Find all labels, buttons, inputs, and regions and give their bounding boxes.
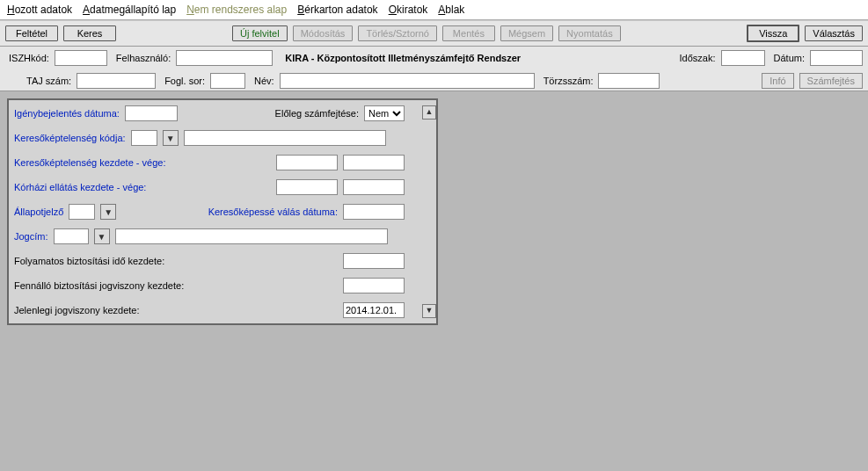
fogl-sor-label: Fogl. sor:: [164, 76, 205, 86]
folyamatos-field[interactable]: [343, 253, 405, 269]
kk-veg-field[interactable]: [343, 155, 405, 170]
keresokepesse-label: Keresőképessé válás dátuma:: [208, 207, 338, 217]
fennallo-field[interactable]: [343, 278, 405, 293]
valasztas-button[interactable]: Választás: [805, 25, 863, 41]
lookup-allapotjelzo-icon[interactable]: ▼: [100, 204, 116, 220]
torzsszam-field[interactable]: [598, 73, 660, 89]
megsem-button: Mégsem: [500, 25, 553, 41]
allapotjelzo-label: Állapotjelző: [14, 207, 63, 217]
kk-kodja-field[interactable]: [131, 130, 157, 146]
keresokepesse-field[interactable]: [343, 204, 405, 220]
nyomtatas-button: Nyomtatás: [558, 25, 621, 41]
kk-kezdet-field[interactable]: [276, 155, 338, 170]
idoszak-label: Időszak:: [680, 53, 716, 63]
datum-field[interactable]: [810, 50, 863, 66]
nev-label: Név:: [254, 76, 274, 86]
taj-label: TAJ szám:: [26, 76, 71, 86]
szamfejtes-button: Számfejtés: [799, 73, 863, 89]
uj-felvitel-button[interactable]: Új felvitel: [232, 25, 288, 41]
iszhkod-field[interactable]: [55, 50, 107, 66]
mentes-button: Mentés: [442, 25, 495, 41]
eloleg-label: Előleg számfejtése:: [275, 108, 359, 119]
jogcim-label: Jogcím:: [14, 231, 48, 242]
korhazi-kezdet-field[interactable]: [276, 179, 338, 195]
scroll-down-icon[interactable]: ▼: [422, 304, 436, 318]
modositas-button: Módosítás: [293, 25, 354, 41]
eloleg-select[interactable]: Nem: [364, 105, 405, 121]
felhasznalo-field[interactable]: [176, 50, 273, 66]
form-panel: Igénybejelentés dátuma: Előleg számfejté…: [7, 98, 438, 325]
menu-hozott-adatok[interactable]: Hozott adatok: [7, 4, 72, 16]
menu-berkarton-adatok-label: érkarton adatok: [304, 4, 377, 16]
menu-okiratok-label: kiratok: [397, 4, 427, 16]
lookup-kk-kodja-icon[interactable]: ▼: [163, 130, 179, 146]
app-title: KIRA - Központosított Illetményszámfejtő…: [285, 53, 521, 63]
filterbar: ISZHkód: Felhasználó: KIRA - Központosít…: [0, 47, 868, 91]
content-area: Igénybejelentés dátuma: Előleg számfejté…: [0, 91, 868, 471]
menu-adatmegallapito-lap[interactable]: Adatmegállapító lap: [83, 4, 176, 16]
iszhkod-label: ISZHkód:: [9, 53, 49, 63]
menu-adatmegallapito-lap-label: datmegállapító lap: [90, 4, 176, 16]
allapotjelzo-field[interactable]: [69, 204, 95, 220]
keres-button[interactable]: Keres: [63, 25, 116, 41]
korhazi-kv-label: Kórházi ellátás kezdete - vége:: [14, 182, 146, 192]
menu-ablak[interactable]: Ablak: [438, 4, 464, 16]
felhasznalo-label: Felhasználó:: [116, 53, 171, 63]
menu-nem-rendszeres-alap[interactable]: Nem rendszeres alap: [186, 4, 287, 16]
menu-ablak-label: blak: [445, 4, 464, 16]
idoszak-field[interactable]: [721, 50, 765, 66]
jelenlegi-field[interactable]: [343, 302, 405, 318]
folyamatos-label: Folyamatos biztosítási idő kezdete:: [14, 256, 164, 266]
menu-berkarton-adatok[interactable]: Bérkarton adatok: [297, 4, 377, 16]
jogcim-field[interactable]: [54, 228, 89, 244]
vissza-button[interactable]: Vissza: [747, 25, 799, 42]
korhazi-veg-field[interactable]: [343, 179, 405, 195]
nev-field[interactable]: [280, 73, 535, 89]
scroll-up-icon[interactable]: ▲: [422, 105, 436, 120]
lookup-jogcim-icon[interactable]: ▼: [94, 228, 110, 244]
kk-kodja-label: Keresőképtelenség kódja:: [14, 133, 126, 143]
menu-hozott-adatok-label: ozott adatok: [15, 4, 72, 16]
scrollbar[interactable]: ▲ ▼: [422, 105, 436, 318]
menu-nem-rendszeres-alap-label: em rendszeres alap: [194, 4, 287, 16]
fennallo-label: Fennálló biztosítási jogviszony kezdete:: [14, 280, 184, 291]
feltetel-button[interactable]: Feltétel: [5, 25, 58, 41]
torles-sztorno-button: Törlés/Sztornó: [358, 25, 437, 41]
menu-okiratok[interactable]: Okiratok: [389, 4, 428, 16]
kk-kv-label: Keresőképtelenség kezdete - vége:: [14, 157, 165, 168]
datum-label: Dátum:: [774, 53, 805, 63]
info-button: Infó: [762, 73, 793, 89]
toolbar: Feltétel Keres Új felvitel Módosítás Tör…: [0, 20, 868, 47]
menubar: Hozott adatok Adatmegállapító lap Nem re…: [0, 0, 868, 20]
torzsszam-label: Törzsszám:: [543, 76, 594, 86]
igeny-datum-label: Igénybejelentés dátuma:: [14, 108, 120, 119]
igeny-datum-field[interactable]: [125, 105, 178, 121]
taj-field[interactable]: [77, 73, 156, 89]
jelenlegi-label: Jelenlegi jogviszony kezdete:: [14, 305, 139, 315]
jogcim-desc-field[interactable]: [115, 228, 388, 244]
fogl-sor-field[interactable]: [210, 73, 245, 89]
kk-kodja-desc-field[interactable]: [184, 130, 386, 146]
